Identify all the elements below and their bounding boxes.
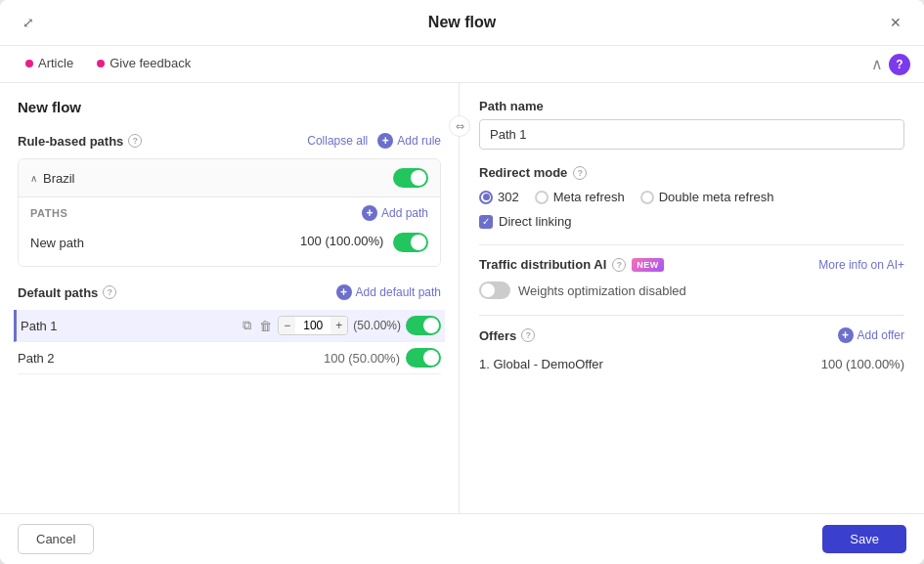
default-paths-label: Default paths — [18, 285, 98, 300]
offers-header: Offers ? + Add offer — [479, 327, 904, 343]
path-name-input[interactable] — [479, 119, 904, 150]
radio-double-meta-refresh-circle — [640, 191, 654, 204]
default-path-2-weight: 100 (50.00%) — [324, 351, 400, 366]
rule-group-brazil: ∧ Brazil PATHS + Add path New path — [18, 158, 441, 267]
default-paths-help-icon[interactable]: ? — [103, 285, 116, 299]
add-default-path-button[interactable]: + Add default path — [336, 284, 441, 300]
brazil-toggle[interactable] — [393, 168, 428, 188]
save-button[interactable]: Save — [822, 525, 906, 553]
add-offer-button[interactable]: + Add offer — [838, 327, 904, 343]
default-paths-section: Default paths ? + Add default path Path … — [18, 284, 441, 374]
redirect-mode-radio-group: 302 Meta refresh Double meta refresh — [479, 190, 904, 204]
default-path-row-2[interactable]: Path 2 100 (50.00%) — [18, 342, 441, 374]
add-rule-button[interactable]: + Add rule — [377, 133, 441, 149]
delete-path-1-button[interactable]: 🗑 — [257, 317, 274, 335]
brazil-path-name: New path — [30, 236, 84, 250]
weight-plus-1-button[interactable]: + — [330, 317, 347, 334]
add-path-button[interactable]: + Add path — [362, 205, 428, 221]
offers-help-icon[interactable]: ? — [521, 328, 535, 342]
weights-toggle[interactable] — [479, 282, 510, 299]
modal: ⤢ New flow ✕ Article Give feedback ∧ ? ⇔… — [0, 0, 924, 564]
modal-tabs: Article Give feedback ∧ ? — [0, 46, 924, 83]
add-offer-icon: + — [838, 327, 854, 343]
add-default-path-label: Add default path — [356, 285, 441, 299]
radio-double-meta-refresh[interactable]: Double meta refresh — [640, 190, 774, 204]
weight-minus-1-button[interactable]: − — [279, 317, 295, 334]
collapse-all-button[interactable]: Collapse all — [307, 134, 368, 148]
modal-title: New flow — [39, 14, 885, 31]
copy-path-1-button[interactable]: ⧉ — [241, 316, 253, 335]
default-path-row-1[interactable]: Path 1 ⧉ 🗑 − + (50.00%) — [14, 310, 445, 342]
add-default-path-icon: + — [336, 284, 352, 300]
tab-feedback[interactable]: Give feedback — [85, 46, 202, 82]
modal-body: ⇔ New flow Rule-based paths ? Collapse a… — [0, 83, 924, 513]
brazil-paths-section: PATHS + Add path New path 100 (100.00%) — [19, 197, 440, 266]
radio-meta-refresh-label: Meta refresh — [553, 190, 625, 204]
cancel-button[interactable]: Cancel — [18, 524, 94, 554]
add-path-label: Add path — [381, 206, 428, 220]
left-panel: New flow Rule-based paths ? Collapse all… — [0, 83, 460, 513]
brazil-paths-header: PATHS + Add path — [30, 205, 428, 221]
offers-title: Offers ? — [479, 328, 535, 343]
path-2-percent: (50.00%) — [348, 351, 400, 366]
tab-article-label: Article — [38, 56, 73, 70]
brazil-path-toggle[interactable] — [393, 233, 428, 252]
path-1-percent: (50.00%) — [353, 319, 401, 332]
traffic-ai-new-badge: NEW — [632, 258, 663, 272]
radio-302-circle — [479, 191, 493, 204]
rule-based-label: Rule-based paths — [18, 134, 123, 149]
offer-1-name: 1. Global - DemoOffer — [479, 357, 603, 371]
rule-based-header: Rule-based paths ? Collapse all + Add ru… — [18, 133, 441, 149]
tab-feedback-dot — [97, 60, 105, 67]
resize-handle[interactable]: ⇔ — [449, 115, 470, 137]
weight-input-1[interactable] — [295, 317, 330, 334]
add-rule-icon: + — [377, 133, 393, 149]
default-path-2-name: Path 2 — [18, 351, 324, 366]
rule-based-actions: Collapse all + Add rule — [307, 133, 441, 149]
more-info-button[interactable]: More info on AI+ — [818, 258, 904, 272]
tab-article-dot — [25, 60, 33, 67]
direct-linking-label: Direct linking — [499, 214, 571, 229]
weights-row: Weights optimization disabled — [479, 282, 904, 299]
close-icon[interactable]: ✕ — [885, 12, 906, 33]
traffic-ai-header: Traffic distribution AI ? NEW More info … — [479, 257, 904, 272]
right-panel: Path name Redirect mode ? 302 Meta refre… — [460, 83, 924, 513]
tab-article[interactable]: Article — [14, 46, 85, 82]
radio-meta-refresh[interactable]: Meta refresh — [535, 190, 625, 204]
redirect-mode-help-icon[interactable]: ? — [573, 166, 587, 180]
brazil-path-weight-value: 100 (100.00%) — [300, 234, 383, 248]
expand-icon[interactable]: ⤢ — [18, 12, 39, 33]
brazil-paths-label: PATHS — [30, 207, 67, 219]
add-path-icon: + — [362, 205, 377, 221]
radio-double-meta-refresh-label: Double meta refresh — [659, 190, 774, 204]
path-2-toggle[interactable] — [406, 348, 441, 368]
offer-1-weight: 100 (100.00%) — [821, 357, 904, 371]
redirect-mode-label: Redirect mode — [479, 165, 567, 180]
redirect-mode-section: Redirect mode ? 302 Meta refresh Double … — [479, 165, 904, 229]
rule-group-brazil-header: ∧ Brazil — [19, 159, 440, 197]
default-paths-title: Default paths ? — [18, 285, 116, 300]
add-rule-label: Add rule — [397, 134, 441, 148]
rule-group-brazil-name: ∧ Brazil — [30, 171, 75, 186]
brazil-path-weight: 100 (100.00%) — [300, 233, 428, 252]
radio-302[interactable]: 302 — [479, 190, 519, 204]
rule-based-title: Rule-based paths ? — [18, 134, 142, 149]
path-name-label: Path name — [479, 99, 904, 113]
default-path-1-controls: ⧉ 🗑 — [241, 316, 274, 335]
tab-feedback-label: Give feedback — [110, 56, 191, 70]
default-paths-header: Default paths ? + Add default path — [18, 284, 441, 300]
brazil-label: Brazil — [43, 171, 75, 186]
brazil-chevron-icon: ∧ — [30, 173, 37, 184]
path-1-toggle[interactable] — [406, 316, 441, 335]
offers-label: Offers — [479, 328, 516, 343]
tabs-collapse-button[interactable]: ∧ — [871, 55, 883, 73]
default-path-1-name: Path 1 — [21, 319, 241, 333]
rule-based-help-icon[interactable]: ? — [128, 134, 142, 148]
tabs-help-button[interactable]: ? — [889, 54, 910, 75]
weights-label: Weights optimization disabled — [518, 283, 686, 298]
separator-1 — [479, 244, 904, 245]
modal-header: ⤢ New flow ✕ — [0, 0, 924, 46]
separator-2 — [479, 315, 904, 316]
direct-linking-checkbox[interactable] — [479, 215, 493, 229]
traffic-ai-help-icon[interactable]: ? — [612, 258, 626, 272]
